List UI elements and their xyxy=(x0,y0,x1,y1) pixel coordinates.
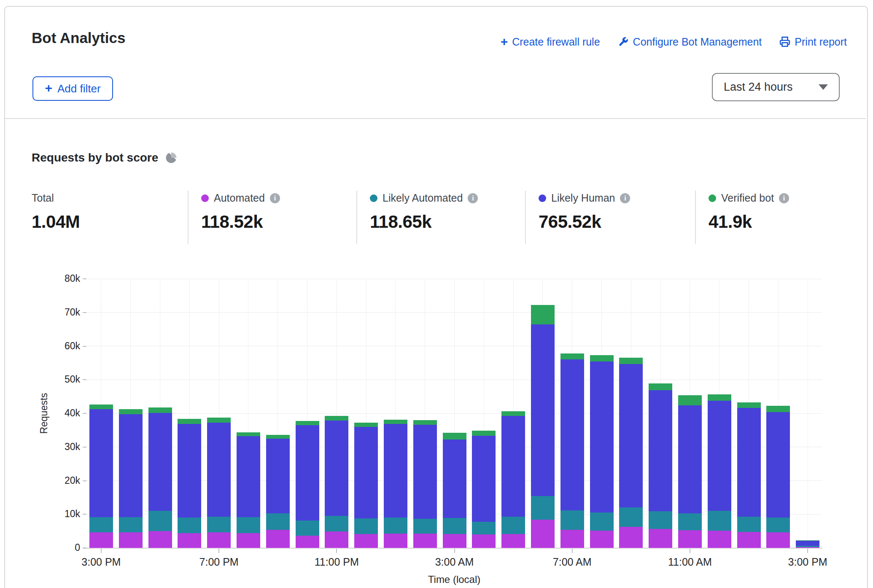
info-icon[interactable]: i xyxy=(620,193,630,203)
bar-segment[interactable] xyxy=(266,513,290,530)
bar-segment[interactable] xyxy=(590,361,614,512)
bar-segment[interactable] xyxy=(766,518,790,532)
bar-segment[interactable] xyxy=(354,427,378,518)
print-report-link[interactable]: Print report xyxy=(779,36,847,48)
bar-segment[interactable] xyxy=(619,364,643,507)
bar-segment[interactable] xyxy=(619,507,643,527)
bar-segment[interactable] xyxy=(443,518,466,534)
bar-segment[interactable] xyxy=(501,411,525,416)
bar-segment[interactable] xyxy=(737,517,761,532)
bar-segment[interactable] xyxy=(796,546,819,547)
bar-segment[interactable] xyxy=(737,402,761,408)
bar-segment[interactable] xyxy=(796,540,819,541)
bar-segment[interactable] xyxy=(119,517,143,533)
bar-segment[interactable] xyxy=(443,440,466,518)
bar-segment[interactable] xyxy=(678,395,702,405)
configure-bot-management-link[interactable]: Configure Bot Management xyxy=(618,36,762,48)
bar-segment[interactable] xyxy=(560,510,584,530)
bar-segment[interactable] xyxy=(207,418,231,423)
bar-segment[interactable] xyxy=(708,531,731,548)
bar-segment[interactable] xyxy=(560,359,584,510)
info-icon[interactable]: i xyxy=(468,193,478,203)
bar-segment[interactable] xyxy=(89,405,113,409)
bar-segment[interactable] xyxy=(649,383,672,390)
bar-segment[interactable] xyxy=(531,324,555,496)
bar-segment[interactable] xyxy=(178,424,201,518)
bar-segment[interactable] xyxy=(531,496,555,520)
bar-segment[interactable] xyxy=(766,406,790,412)
time-range-dropdown[interactable]: Last 24 hours xyxy=(712,73,840,101)
info-icon[interactable]: i xyxy=(779,193,789,203)
bar-segment[interactable] xyxy=(384,534,407,548)
bar-segment[interactable] xyxy=(266,439,290,513)
bar-segment[interactable] xyxy=(89,409,113,517)
bar-segment[interactable] xyxy=(354,518,378,534)
bar-segment[interactable] xyxy=(796,540,819,546)
bar-segment[interactable] xyxy=(296,536,319,548)
bar-segment[interactable] xyxy=(472,436,496,522)
bar-segment[interactable] xyxy=(207,517,231,532)
bar-segment[interactable] xyxy=(178,533,201,548)
info-icon[interactable]: i xyxy=(270,193,280,203)
bar-segment[interactable] xyxy=(119,414,143,517)
bar-segment[interactable] xyxy=(413,425,437,519)
bar-segment[interactable] xyxy=(384,518,407,533)
bar-segment[interactable] xyxy=(531,305,555,324)
bar-segment[interactable] xyxy=(590,512,614,531)
bar-segment[interactable] xyxy=(737,532,761,548)
bar-segment[interactable] xyxy=(207,532,231,548)
bar-segment[interactable] xyxy=(89,532,113,548)
bar-segment[interactable] xyxy=(619,527,643,548)
bar-segment[interactable] xyxy=(590,531,614,548)
bar-segment[interactable] xyxy=(325,531,348,548)
bar-segment[interactable] xyxy=(619,358,643,364)
bar-segment[interactable] xyxy=(560,530,584,548)
bar-segment[interactable] xyxy=(148,413,172,511)
bar-segment[interactable] xyxy=(148,511,172,531)
add-filter-button[interactable]: + Add filter xyxy=(32,76,113,101)
bar-segment[interactable] xyxy=(354,423,378,427)
bar-segment[interactable] xyxy=(708,511,731,530)
bar-segment[interactable] xyxy=(590,355,614,361)
bar-segment[interactable] xyxy=(708,394,731,401)
bar-segment[interactable] xyxy=(237,432,260,437)
bar-segment[interactable] xyxy=(501,517,525,534)
bar-segment[interactable] xyxy=(708,401,731,511)
bar-segment[interactable] xyxy=(649,529,672,548)
bar-segment[interactable] xyxy=(354,534,378,548)
bar-segment[interactable] xyxy=(649,511,672,529)
bar-segment[interactable] xyxy=(266,530,290,548)
create-firewall-rule-link[interactable]: + Create firewall rule xyxy=(501,35,600,48)
bar-segment[interactable] xyxy=(766,532,790,548)
bar-segment[interactable] xyxy=(443,534,466,548)
bar-segment[interactable] xyxy=(766,412,790,518)
bar-segment[interactable] xyxy=(649,390,672,511)
bar-segment[interactable] xyxy=(148,407,172,413)
bar-segment[interactable] xyxy=(501,534,525,548)
bar-segment[interactable] xyxy=(678,530,702,548)
bar-segment[interactable] xyxy=(443,433,466,440)
bar-segment[interactable] xyxy=(237,533,260,548)
bar-segment[interactable] xyxy=(531,520,555,548)
bar-segment[interactable] xyxy=(384,424,407,518)
bar-segment[interactable] xyxy=(178,419,201,424)
bar-segment[interactable] xyxy=(472,522,496,534)
bar-segment[interactable] xyxy=(472,534,496,548)
bar-segment[interactable] xyxy=(178,518,201,533)
bar-segment[interactable] xyxy=(384,420,407,424)
bar-segment[interactable] xyxy=(325,421,348,516)
bar-segment[interactable] xyxy=(266,435,290,439)
bar-segment[interactable] xyxy=(413,519,437,533)
bar-segment[interactable] xyxy=(413,420,437,425)
bar-segment[interactable] xyxy=(796,547,819,548)
bar-segment[interactable] xyxy=(678,513,702,530)
bar-segment[interactable] xyxy=(501,416,525,516)
bar-segment[interactable] xyxy=(325,516,348,531)
bar-segment[interactable] xyxy=(237,517,260,533)
bar-segment[interactable] xyxy=(296,521,319,536)
bar-segment[interactable] xyxy=(560,353,584,359)
bar-segment[interactable] xyxy=(678,405,702,513)
bar-segment[interactable] xyxy=(207,423,231,517)
bar-segment[interactable] xyxy=(325,416,348,420)
bar-segment[interactable] xyxy=(237,436,260,517)
